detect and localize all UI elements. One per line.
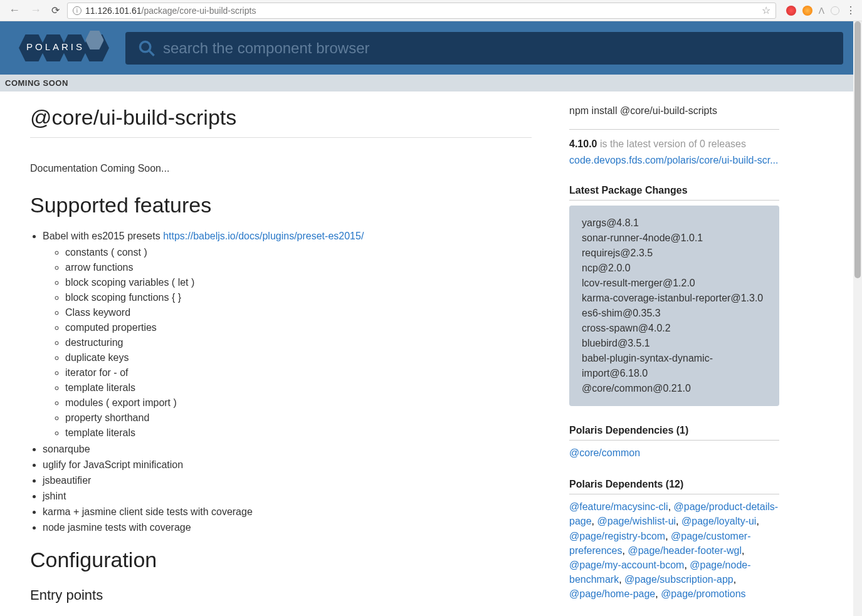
extension-icon-4[interactable] — [831, 6, 839, 15]
change-item: lcov-result-merger@1.2.0 — [582, 276, 767, 291]
dependent-link[interactable]: @page/registry-bcom — [569, 531, 665, 541]
dependents-list: @feature/macysinc-cli, @page/product-det… — [569, 499, 779, 601]
extension-icon-2[interactable] — [802, 6, 812, 16]
dependents-heading: Polaris Dependents (12) — [569, 479, 779, 494]
search-box[interactable] — [125, 32, 843, 65]
feature-babel: Babel with es2015 presets https://babelj… — [43, 229, 532, 441]
reload-button[interactable]: ⟳ — [49, 4, 62, 16]
dependent-link[interactable]: @page/promotions — [661, 588, 745, 599]
change-item: @core/common@0.21.0 — [582, 381, 767, 396]
bookmark-star-icon[interactable]: ☆ — [762, 4, 770, 16]
dependent-link[interactable]: @page/subscription-app — [624, 574, 733, 585]
app-header: POLARIS — [0, 21, 862, 75]
features-list: Babel with es2015 presets https://babelj… — [30, 229, 532, 441]
babel-feature-item: template literals — [65, 425, 532, 441]
change-item: requirejs@2.3.5 — [582, 246, 767, 261]
extension-icon-3[interactable]: Λ — [819, 6, 824, 16]
dependencies-list: @core/common — [569, 446, 779, 460]
feature-item: karma + jasmine client side tests with c… — [43, 504, 532, 519]
version-number: 4.10.0 — [569, 138, 597, 149]
change-item: es6-shim@0.35.3 — [582, 306, 767, 321]
extension-icons: Λ ⋮ — [781, 4, 856, 16]
features-heading: Supported features — [30, 193, 532, 217]
babel-feature-item: modules ( export import ) — [65, 395, 532, 410]
babel-feature-item: template literals — [65, 380, 532, 395]
change-item: karma-coverage-istanbul-reporter@1.3.0 — [582, 291, 767, 306]
change-item: babel-plugin-syntax-dynamic-import@6.18.… — [582, 351, 767, 381]
forward-button[interactable]: → — [28, 4, 44, 17]
entry-points-heading: Entry points — [30, 587, 532, 603]
logo[interactable]: POLARIS — [19, 30, 107, 66]
babel-feature-item: iterator for - of — [65, 365, 532, 380]
dependencies-heading: Polaris Dependencies (1) — [569, 425, 779, 441]
babel-features-sublist: constants ( const )arrow functionsblock … — [43, 245, 532, 441]
dependent-link[interactable]: @page/header-footer-wgl — [628, 545, 742, 556]
browser-menu-icon[interactable]: ⋮ — [846, 4, 856, 16]
doc-coming-soon: Documentation Coming Soon... — [30, 163, 532, 174]
dependent-link[interactable]: @page/home-page — [569, 588, 655, 599]
feature-item: jshint — [43, 489, 532, 504]
change-item: cross-spawn@4.0.2 — [582, 321, 767, 336]
url-path: /package/core-ui-build-scripts — [142, 6, 256, 16]
scrollbar-thumb[interactable] — [854, 21, 861, 278]
changes-box: yargs@4.8.1sonar-runner-4node@1.0.1requi… — [569, 206, 779, 406]
feature-item: uglify for JavaScript minification — [43, 457, 532, 472]
babel-feature-item: Class keyword — [65, 305, 532, 320]
feature-item: node jasmine tests with coverage — [43, 520, 532, 535]
svg-line-1 — [149, 50, 154, 55]
change-item: bluebird@3.5.1 — [582, 336, 767, 351]
install-command: npm install @core/ui-build-scripts — [569, 105, 779, 117]
back-button[interactable]: ← — [6, 4, 23, 17]
babel-feature-item: computed properties — [65, 320, 532, 335]
change-item: sonar-runner-4node@1.0.1 — [582, 231, 767, 246]
config-heading: Configuration — [30, 548, 532, 572]
dependency-link[interactable]: @core/common — [569, 447, 640, 458]
logo-text: POLARIS — [26, 41, 85, 52]
search-input[interactable] — [163, 39, 831, 57]
extension-icon-1[interactable] — [786, 6, 796, 16]
version-info: 4.10.0 is the latest version of 0 releas… — [569, 129, 779, 150]
dependent-link[interactable]: @page/my-account-bcom — [569, 560, 684, 570]
dependent-link[interactable]: @page/loyalty-ui — [681, 516, 756, 526]
page-title: @core/ui-build-scripts — [30, 105, 532, 138]
other-features-list: sonarqubeuglify for JavaScript minificat… — [30, 442, 532, 535]
browser-toolbar: ← → ⟳ i 11.126.101.61/package/core-ui-bu… — [0, 0, 862, 21]
babel-feature-item: block scoping variables ( let ) — [65, 275, 532, 290]
feature-item: jsbeautifier — [43, 473, 532, 488]
feature-item: sonarqube — [43, 442, 532, 457]
babel-feature-item: property shorthand — [65, 410, 532, 425]
svg-point-0 — [140, 41, 150, 51]
dependent-link[interactable]: @feature/macysinc-cli — [569, 501, 668, 512]
dependent-link[interactable]: @page/wishlist-ui — [597, 516, 676, 526]
repo-link[interactable]: code.devops.fds.com/polaris/core/ui-buil… — [569, 155, 779, 166]
babel-feature-item: block scoping functions { } — [65, 290, 532, 305]
changes-heading: Latest Package Changes — [569, 185, 779, 201]
main-column: @core/ui-build-scripts Documentation Com… — [30, 105, 532, 603]
scrollbar[interactable] — [853, 21, 862, 616]
search-icon — [138, 39, 155, 57]
babel-feature-item: constants ( const ) — [65, 245, 532, 260]
url-host: 11.126.101.61 — [85, 6, 142, 16]
change-item: ncp@2.0.0 — [582, 261, 767, 276]
babel-link[interactable]: https://babeljs.io/docs/plugins/preset-e… — [163, 231, 364, 241]
babel-feature-item: duplicate keys — [65, 350, 532, 365]
url-bar[interactable]: i 11.126.101.61/package/core-ui-build-sc… — [67, 3, 776, 19]
babel-feature-item: destructuring — [65, 335, 532, 350]
coming-soon-banner: COMING SOON — [0, 75, 862, 91]
info-icon[interactable]: i — [73, 6, 81, 15]
sidebar-column: npm install @core/ui-build-scripts 4.10.… — [569, 105, 779, 603]
change-item: yargs@4.8.1 — [582, 216, 767, 231]
babel-feature-item: arrow functions — [65, 260, 532, 275]
